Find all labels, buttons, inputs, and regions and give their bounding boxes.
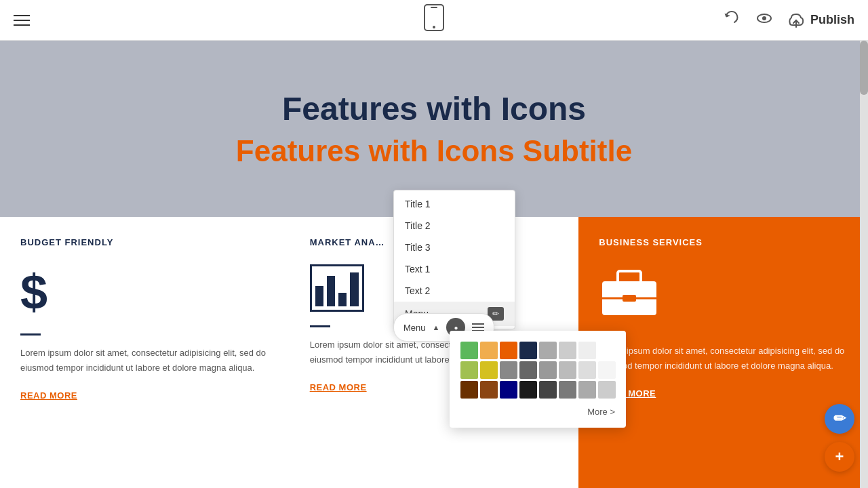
toolbar-right: Publish — [722, 9, 854, 32]
publish-button[interactable]: Publish — [787, 12, 854, 29]
toggle-indicator: ● — [454, 324, 458, 331]
color-swatch[interactable] — [578, 361, 596, 379]
color-swatch[interactable] — [598, 361, 616, 379]
bar-chart-icon — [310, 264, 364, 312]
color-swatch[interactable] — [480, 381, 498, 399]
color-swatch[interactable] — [539, 361, 557, 379]
color-swatch[interactable] — [578, 381, 596, 399]
hero-title: Features with Icons — [282, 90, 586, 127]
read-more-budget[interactable]: READ MORE — [20, 390, 77, 401]
dropdown-label-title2: Title 2 — [405, 220, 431, 231]
menu-chevron-up-icon: ▲ — [433, 323, 440, 331]
feature-text-business: Lorem ipsum dolor sit amet, consectetur … — [599, 344, 848, 373]
color-swatch[interactable] — [519, 342, 537, 359]
dropdown-item-title2[interactable]: Title 2 — [394, 215, 515, 237]
color-swatch[interactable] — [598, 381, 616, 399]
feature-title-budget: BUDGET FRIENDLY — [20, 237, 269, 247]
scrollbar-thumb[interactable] — [860, 41, 868, 95]
eye-preview-icon[interactable] — [755, 9, 774, 32]
fab-edit-button[interactable]: ✏ — [825, 404, 854, 434]
briefcase-icon — [599, 264, 848, 318]
color-swatch[interactable] — [500, 342, 517, 359]
dropdown-item-title1[interactable]: Title 1 — [394, 193, 515, 215]
feature-card-budget: BUDGET FRIENDLY $ Lorem ipsum dolor sit … — [0, 217, 290, 488]
dropdown-menu-popup: Title 1 Title 2 Title 3 Text 1 Text 2 Me… — [393, 190, 515, 329]
color-swatch[interactable] — [480, 342, 498, 359]
dropdown-label-text1: Text 1 — [405, 264, 430, 274]
hamburger-menu-icon[interactable] — [14, 15, 30, 26]
mobile-preview-icon[interactable] — [423, 4, 445, 36]
add-fab-icon: + — [835, 448, 844, 466]
fab-add-button[interactable]: + — [825, 442, 854, 472]
dropdown-label-title3: Title 3 — [405, 242, 431, 253]
edit-fab-icon: ✏ — [833, 410, 846, 428]
toolbar: Publish — [0, 0, 868, 41]
divider-budget — [20, 333, 41, 336]
publish-label: Publish — [810, 13, 854, 27]
color-grid — [460, 342, 615, 399]
svg-point-4 — [762, 16, 766, 20]
color-swatch[interactable] — [598, 342, 616, 359]
color-swatch[interactable] — [500, 361, 517, 379]
color-swatch[interactable] — [559, 342, 576, 359]
color-swatch[interactable] — [460, 381, 478, 399]
color-swatch[interactable] — [578, 342, 596, 359]
divider-market — [310, 325, 330, 327]
feature-text-budget: Lorem ipsum dolor sit amet, consectetur … — [20, 346, 269, 375]
more-colors-button[interactable]: More > — [460, 407, 615, 417]
read-more-market[interactable]: READ MORE — [310, 382, 367, 392]
feature-title-business: BUSINESS SERVICES — [599, 237, 848, 247]
hero-subtitle: Features with Icons Subtitle — [236, 134, 632, 168]
color-picker-popup: More > — [450, 331, 626, 428]
color-swatch[interactable] — [539, 381, 557, 399]
toolbar-center — [423, 4, 445, 36]
color-swatch[interactable] — [519, 361, 537, 379]
scrollbar-track — [860, 41, 868, 488]
color-swatch[interactable] — [460, 361, 478, 379]
color-swatch[interactable] — [559, 381, 576, 399]
color-swatch[interactable] — [519, 381, 537, 399]
menu-toggle-label: Menu — [403, 323, 426, 333]
toolbar-left — [14, 15, 30, 26]
dropdown-item-title3[interactable]: Title 3 — [394, 237, 515, 258]
dollar-icon: $ — [20, 264, 269, 320]
svg-point-1 — [433, 26, 435, 28]
undo-icon[interactable] — [722, 9, 741, 32]
dropdown-item-text2[interactable]: Text 2 — [394, 280, 515, 302]
color-swatch[interactable] — [500, 381, 517, 399]
dropdown-label-text2: Text 2 — [405, 285, 430, 296]
color-swatch[interactable] — [460, 342, 478, 359]
color-swatch[interactable] — [480, 361, 498, 379]
color-swatch[interactable] — [559, 361, 576, 379]
dropdown-label-title1: Title 1 — [405, 199, 431, 209]
dropdown-item-text1[interactable]: Text 1 — [394, 258, 515, 280]
color-swatch[interactable] — [539, 342, 557, 359]
